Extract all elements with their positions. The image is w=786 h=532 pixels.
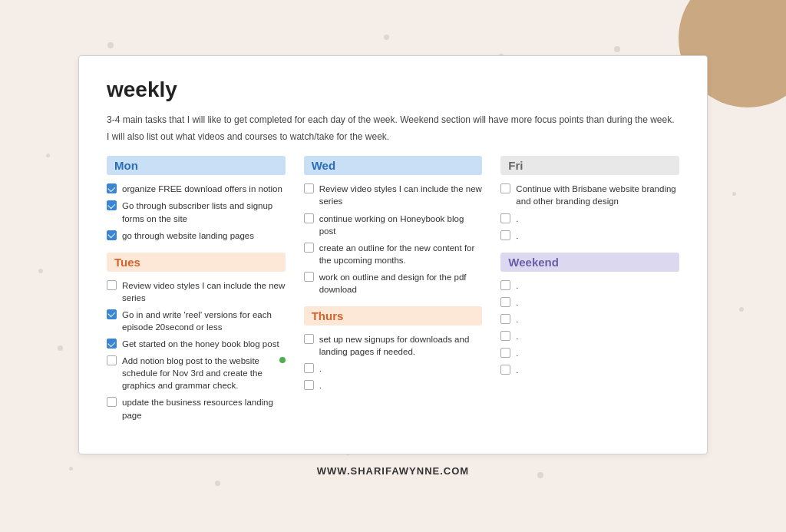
checkbox-checked[interactable] (107, 200, 117, 210)
task-text: Add notion blog post to the website sche… (122, 355, 271, 392)
checkbox-checked[interactable] (107, 230, 117, 240)
checkbox-unchecked[interactable] (304, 183, 314, 193)
green-dot-indicator (279, 357, 286, 363)
checkbox-unchecked[interactable] (304, 334, 314, 344)
fri-header: Fri (500, 156, 679, 175)
tues-task-list: Review video styles I can include the ne… (107, 279, 286, 421)
task-text: . (516, 279, 518, 292)
task-text: . (516, 313, 518, 325)
task-text: . (319, 379, 322, 392)
list-item: . (500, 330, 679, 342)
card-title: weekly (107, 78, 679, 102)
task-text: Go in and write 'reel' versions for each… (122, 309, 286, 333)
list-item: . (500, 279, 679, 292)
weekend-header: Weekend (500, 253, 679, 272)
list-item: Go through subscriber lists and signup f… (107, 200, 286, 224)
task-text: Review video styles I can include the ne… (319, 183, 483, 207)
task-text: set up new signups for downloads and lan… (319, 333, 483, 358)
col-2: Wed Review video styles I can include th… (304, 156, 483, 431)
list-item: . (500, 213, 679, 225)
list-item: go through website landing pages (107, 230, 286, 242)
list-item: . (500, 364, 679, 376)
checkbox-unchecked[interactable] (304, 213, 314, 223)
task-text: . (516, 230, 518, 242)
checkbox-unchecked[interactable] (500, 365, 510, 375)
checkbox-checked[interactable] (107, 309, 117, 319)
checkbox-unchecked[interactable] (500, 213, 510, 223)
checkbox-unchecked[interactable] (500, 297, 510, 307)
task-text: continue working on Honeybook blog post (319, 213, 483, 237)
task-text: organize FREE download offers in notion (122, 183, 282, 195)
task-text: create an outline for the new content fo… (319, 242, 483, 266)
checkbox-checked[interactable] (107, 339, 117, 349)
task-text: work on outline and design for the pdf d… (319, 271, 483, 296)
mon-header: Mon (107, 156, 286, 175)
task-text: Review video styles I can include the ne… (122, 279, 286, 304)
checkbox-unchecked[interactable] (304, 243, 314, 253)
task-text: go through website landing pages (122, 230, 254, 242)
task-text: . (319, 362, 322, 375)
list-item: Review video styles I can include the ne… (107, 279, 286, 304)
columns-container: Mon organize FREE download offers in not… (107, 156, 679, 431)
card-desc-2: I will also list out what videos and cou… (107, 130, 679, 144)
weekly-card: weekly 3-4 main tasks that I will like t… (78, 55, 708, 454)
checkbox-unchecked[interactable] (107, 397, 117, 407)
task-text: . (516, 364, 518, 376)
checkbox-unchecked[interactable] (500, 230, 510, 240)
list-item: . (304, 362, 483, 375)
task-text: update the business resources landing pa… (122, 396, 286, 421)
weekend-task-list: . . . . . (500, 279, 679, 377)
col-3: Fri Continue with Brisbane website brand… (500, 156, 679, 431)
list-item: Go in and write 'reel' versions for each… (107, 309, 286, 333)
list-item: Review video styles I can include the ne… (304, 183, 483, 207)
mon-task-list: organize FREE download offers in notion … (107, 183, 286, 241)
task-text: Continue with Brisbane website branding … (516, 183, 679, 207)
task-text: . (516, 296, 518, 309)
thurs-task-list: set up new signups for downloads and lan… (304, 333, 483, 392)
list-item: set up new signups for downloads and lan… (304, 333, 483, 358)
checkbox-unchecked[interactable] (500, 183, 510, 193)
list-item: . (500, 230, 679, 242)
list-item: Get started on the honey book blog post (107, 338, 286, 350)
task-text: . (516, 347, 518, 359)
list-item: . (500, 296, 679, 309)
checkbox-unchecked[interactable] (500, 348, 510, 358)
checkbox-unchecked[interactable] (500, 331, 510, 341)
task-text: . (516, 213, 518, 225)
wed-task-list: Review video styles I can include the ne… (304, 183, 483, 296)
checkbox-unchecked[interactable] (304, 272, 314, 282)
list-item: . (304, 379, 483, 392)
list-item: . (500, 347, 679, 359)
fri-task-list: Continue with Brisbane website branding … (500, 183, 679, 241)
thurs-header: Thurs (304, 306, 483, 325)
page-wrapper: weekly 3-4 main tasks that I will like t… (0, 0, 786, 532)
tues-header: Tues (107, 253, 286, 272)
checkbox-unchecked[interactable] (304, 363, 314, 373)
task-text: Go through subscriber lists and signup f… (122, 200, 286, 224)
wed-header: Wed (304, 156, 483, 175)
list-item: Add notion blog post to the website sche… (107, 355, 286, 392)
list-item: Continue with Brisbane website branding … (500, 183, 679, 207)
col-1: Mon organize FREE download offers in not… (107, 156, 286, 431)
task-text: Get started on the honey book blog post (122, 338, 279, 350)
task-text: . (516, 330, 518, 342)
list-item: . (500, 313, 679, 325)
list-item: continue working on Honeybook blog post (304, 213, 483, 237)
checkbox-unchecked[interactable] (500, 280, 510, 290)
checkbox-unchecked[interactable] (107, 280, 117, 290)
checkbox-unchecked[interactable] (304, 380, 314, 390)
list-item: update the business resources landing pa… (107, 396, 286, 421)
list-item: organize FREE download offers in notion (107, 183, 286, 195)
checkbox-unchecked[interactable] (500, 314, 510, 324)
card-desc-1: 3-4 main tasks that I will like to get c… (107, 113, 679, 127)
footer-url: WWW.SHARIFAWYNNE.COM (317, 465, 469, 477)
checkbox-checked[interactable] (107, 183, 117, 193)
checkbox-unchecked[interactable] (107, 355, 117, 365)
list-item: create an outline for the new content fo… (304, 242, 483, 266)
list-item: work on outline and design for the pdf d… (304, 271, 483, 296)
